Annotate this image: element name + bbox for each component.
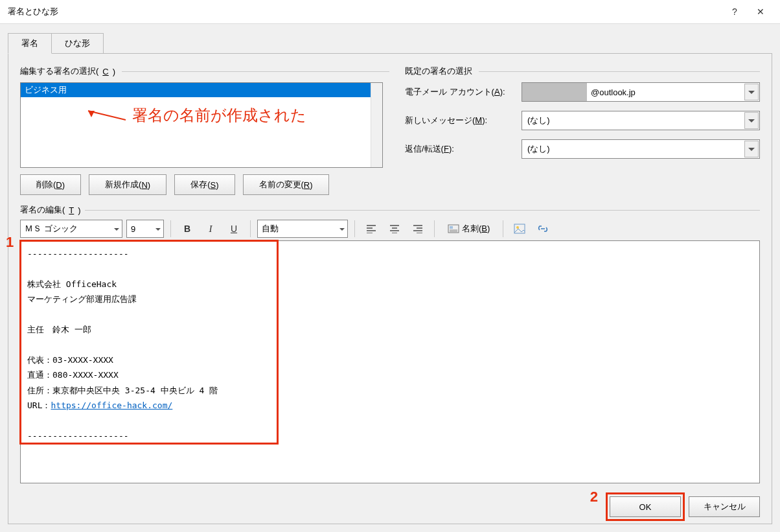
callout-number-2: 2	[590, 489, 598, 505]
account-redacted	[522, 83, 587, 101]
signature-list-item[interactable]: ビジネス用	[21, 83, 371, 97]
color-select[interactable]: 自動	[257, 220, 348, 238]
dialog-footer: 2 OK キャンセル	[20, 483, 760, 517]
align-center-button[interactable]	[385, 220, 404, 238]
editor-toolbar: ＭＳ ゴシック 9 B I U 自動 名刺(B)	[20, 220, 760, 238]
signature-listbox[interactable]: ビジネス用 署名の名前が作成された	[20, 82, 383, 168]
svg-rect-18	[514, 224, 525, 233]
delete-button[interactable]: 削除(D)	[20, 174, 81, 195]
reply-select[interactable]: (なし)	[522, 139, 760, 159]
business-card-button[interactable]: 名刺(B)	[441, 220, 496, 238]
newmsg-select[interactable]: (なし)	[522, 111, 760, 130]
save-button[interactable]: 保存(S)	[174, 174, 235, 195]
font-size-select[interactable]: 9	[126, 220, 164, 238]
help-icon[interactable]: ?	[722, 1, 748, 22]
rename-button[interactable]: 名前の変更(R)	[243, 174, 329, 195]
right-section-title: 既定の署名の選択	[405, 65, 760, 77]
left-section-title: 編集する署名の選択(C)	[20, 65, 389, 77]
cancel-button[interactable]: キャンセル	[689, 496, 760, 517]
titlebar: 署名とひな形 ? ✕	[0, 0, 780, 23]
chevron-down-icon[interactable]	[744, 112, 759, 129]
insert-picture-icon[interactable]	[510, 220, 529, 238]
insert-link-icon[interactable]	[533, 220, 553, 238]
reply-label: 返信/転送(F):	[405, 143, 522, 155]
window-title: 署名とひな形	[8, 6, 722, 17]
svg-marker-1	[88, 111, 95, 117]
account-label: 電子メール アカウント(A):	[405, 86, 522, 98]
font-select[interactable]: ＭＳ ゴシック	[20, 220, 122, 238]
account-select[interactable]: @outlook.jp	[522, 82, 760, 102]
callout-number-1: 1	[6, 234, 14, 251]
left-column: 編集する署名の選択(C) ビジネス用 署名の名前が作成された 削除(D) 新規作…	[20, 65, 389, 195]
underline-button[interactable]: U	[224, 220, 244, 238]
newmsg-label: 新しいメッセージ(M):	[405, 115, 522, 126]
chevron-down-icon[interactable]	[744, 84, 759, 100]
editor-section-title: 署名の編集(T)	[20, 204, 760, 216]
signature-editor[interactable]: -------------------- 株式会社 OfficeHack マーケ…	[20, 240, 760, 483]
align-left-button[interactable]	[361, 220, 381, 238]
right-column: 既定の署名の選択 電子メール アカウント(A): @outlook.jp 新しい…	[405, 65, 760, 195]
ok-button[interactable]: OK	[610, 496, 681, 517]
dialog-body: 署名 ひな形 編集する署名の選択(C) ビジネス用 署名の名前が作成された	[0, 23, 780, 532]
svg-point-19	[516, 226, 519, 229]
new-button[interactable]: 新規作成(N)	[89, 174, 166, 195]
align-right-button[interactable]	[408, 220, 428, 238]
listbox-scrollbar[interactable]	[371, 83, 382, 167]
chevron-down-icon[interactable]	[744, 141, 759, 157]
tab-panel: 編集する署名の選択(C) ビジネス用 署名の名前が作成された 削除(D) 新規作…	[8, 53, 772, 524]
annotation-label: 署名の名前が作成された	[86, 105, 306, 126]
bold-button[interactable]: B	[178, 220, 197, 238]
signature-url-link[interactable]: https://office-hack.com/	[51, 400, 172, 410]
tab-signature[interactable]: 署名	[8, 33, 52, 54]
tab-stationery[interactable]: ひな形	[51, 33, 104, 54]
italic-button[interactable]: I	[201, 220, 220, 238]
tab-strip: 署名 ひな形	[8, 33, 772, 54]
svg-rect-15	[450, 226, 453, 229]
close-icon[interactable]: ✕	[748, 1, 774, 22]
svg-line-0	[88, 111, 126, 120]
